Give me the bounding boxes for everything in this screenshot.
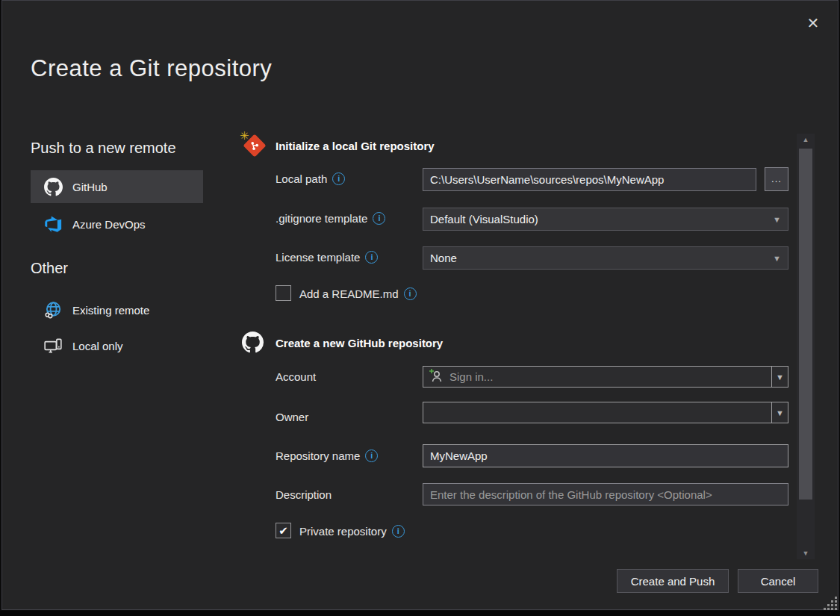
screen-edge bbox=[0, 611, 840, 616]
github-section-title: Create a new GitHub repository bbox=[276, 337, 443, 349]
license-template-label: License template i bbox=[276, 251, 378, 264]
dialog-title: Create a Git repository bbox=[31, 55, 272, 82]
info-icon: i bbox=[392, 525, 405, 538]
license-template-dropdown[interactable]: None ▼ bbox=[423, 246, 788, 270]
git-new-repo-icon: ✳ bbox=[241, 132, 268, 159]
chevron-down-icon: ▼ bbox=[773, 215, 781, 224]
chevron-down-icon[interactable]: ▼ bbox=[771, 367, 788, 387]
repository-name-input[interactable] bbox=[423, 444, 788, 467]
sidebar-item-azure-devops[interactable]: Azure DevOps bbox=[31, 208, 203, 240]
azure-devops-icon bbox=[43, 214, 63, 234]
github-icon bbox=[43, 177, 63, 196]
globe-remote-icon bbox=[43, 300, 63, 320]
cancel-button[interactable]: Cancel bbox=[738, 569, 818, 593]
description-label: Description bbox=[276, 488, 332, 501]
sidebar-item-label: Local only bbox=[72, 340, 123, 352]
owner-label: Owner bbox=[276, 411, 308, 423]
create-and-push-button[interactable]: Create and Push bbox=[617, 569, 729, 593]
private-repository-checkbox[interactable]: ✔ bbox=[276, 523, 291, 538]
account-label: Account bbox=[276, 370, 316, 383]
info-icon: i bbox=[332, 172, 345, 185]
local-path-label: Local path i bbox=[276, 172, 345, 185]
readme-checkbox[interactable] bbox=[276, 285, 291, 301]
init-section-title: Initialize a local Git repository bbox=[276, 140, 435, 152]
sparkle-icon: ✳ bbox=[240, 129, 249, 143]
monitor-device-icon bbox=[43, 336, 63, 355]
sidebar-item-github[interactable]: GitHub bbox=[31, 170, 203, 203]
scroll-up-icon[interactable]: ▲ bbox=[797, 134, 815, 146]
info-icon: i bbox=[365, 449, 378, 462]
local-path-input[interactable] bbox=[423, 168, 756, 191]
info-icon: i bbox=[373, 212, 385, 225]
gitignore-template-label: .gitignore template i bbox=[276, 212, 385, 225]
scrollbar-thumb[interactable] bbox=[799, 149, 812, 500]
close-icon: ✕ bbox=[807, 14, 820, 32]
description-input[interactable] bbox=[423, 483, 788, 505]
private-repository-label: Private repository i bbox=[299, 525, 405, 538]
info-icon: i bbox=[404, 287, 417, 300]
sidebar-item-label: Azure DevOps bbox=[72, 218, 146, 231]
sidebar-item-existing-remote[interactable]: Existing remote bbox=[31, 293, 203, 326]
sidebar-item-label: Existing remote bbox=[72, 304, 149, 317]
owner-combobox[interactable]: ▼ bbox=[423, 402, 788, 423]
browse-button[interactable]: ... bbox=[765, 167, 788, 191]
create-git-repository-dialog: Create a Git repository ✕ Push to a new … bbox=[1, 0, 839, 610]
check-icon: ✔ bbox=[279, 524, 288, 538]
account-combobox[interactable]: Sign in... ▼ bbox=[423, 366, 788, 388]
close-button[interactable]: ✕ bbox=[800, 10, 827, 37]
screen: Create a Git repository ✕ Push to a new … bbox=[0, 0, 840, 616]
vertical-scrollbar[interactable]: ▲ ▼ bbox=[797, 134, 815, 559]
gitignore-template-dropdown[interactable]: Default (VisualStudio) ▼ bbox=[423, 208, 788, 231]
info-icon: i bbox=[365, 251, 378, 264]
github-section-icon bbox=[242, 332, 264, 356]
sidebar-section-other-title: Other bbox=[31, 260, 68, 277]
account-value: Sign in... bbox=[449, 370, 493, 383]
sidebar-section-push-title: Push to a new remote bbox=[31, 140, 176, 157]
repository-name-label: Repository name i bbox=[276, 449, 378, 462]
readme-label: Add a README.md i bbox=[299, 287, 417, 300]
chevron-down-icon: ▼ bbox=[773, 254, 781, 263]
sidebar-item-local-only[interactable]: Local only bbox=[31, 329, 203, 362]
sign-in-user-icon bbox=[429, 368, 444, 385]
chevron-down-icon[interactable]: ▼ bbox=[771, 402, 788, 423]
sidebar-item-label: GitHub bbox=[72, 181, 108, 193]
scroll-down-icon[interactable]: ▼ bbox=[797, 547, 815, 559]
